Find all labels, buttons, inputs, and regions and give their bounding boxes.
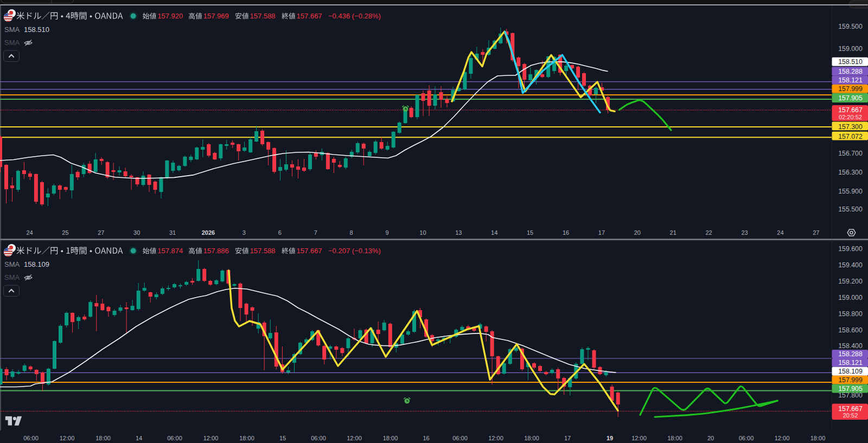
svg-text:22: 22 [705,229,712,236]
svg-text:25: 25 [62,229,68,236]
svg-text:158.121: 158.121 [838,359,863,367]
svg-text:158.109: 158.109 [24,260,49,268]
svg-text:158.109: 158.109 [838,368,863,375]
svg-text:14: 14 [491,229,497,236]
svg-text:158.510: 158.510 [838,58,863,66]
svg-text:24: 24 [777,229,783,236]
svg-text:06:00: 06:00 [167,435,182,441]
svg-text:20: 20 [707,435,714,441]
svg-text:157.905: 157.905 [838,385,863,393]
svg-text:159.000: 159.000 [838,45,863,53]
svg-text:157.300: 157.300 [838,123,863,131]
svg-text:SMA: SMA [4,38,20,47]
svg-text:20:52: 20:52 [843,412,858,419]
svg-text:12:00: 12:00 [347,435,362,441]
svg-text:18:00: 18:00 [383,435,398,441]
svg-text:159.600: 159.600 [838,245,863,253]
svg-text:13: 13 [455,229,462,236]
svg-text:16: 16 [423,435,429,441]
svg-text:157.588: 157.588 [250,12,276,20]
svg-text:6: 6 [278,229,282,236]
svg-text:157.072: 157.072 [838,133,863,140]
svg-text:158.288: 158.288 [838,350,863,358]
svg-text:8: 8 [350,229,353,236]
svg-text:157.999: 157.999 [838,85,863,93]
svg-text:18:00: 18:00 [667,435,682,441]
svg-text:155.900: 155.900 [838,188,863,195]
svg-text:157.920: 157.920 [157,12,183,20]
svg-text:12:00: 12:00 [488,435,503,441]
svg-text:157.999: 157.999 [838,376,863,384]
svg-text:7: 7 [314,229,317,236]
svg-text:156.700: 156.700 [838,150,863,157]
svg-text:27: 27 [813,229,819,236]
svg-text:157.905: 157.905 [838,94,863,102]
svg-text:06:00: 06:00 [311,435,326,441]
svg-text:158.800: 158.800 [838,310,863,318]
svg-text:3: 3 [242,229,246,236]
svg-text:31: 31 [169,229,176,236]
svg-text:30: 30 [133,229,140,236]
svg-text:06:00: 06:00 [739,435,754,441]
svg-text:17: 17 [598,229,605,236]
svg-text:159.500: 159.500 [838,23,863,30]
svg-text:12:00: 12:00 [631,435,647,441]
svg-text:23: 23 [741,229,748,236]
svg-text:157.874: 157.874 [157,247,183,255]
svg-text:158.288: 158.288 [838,68,863,75]
svg-text:27: 27 [98,229,104,236]
svg-text:06:00: 06:00 [23,435,39,441]
svg-text:18:00: 18:00 [95,435,111,441]
svg-text:18:00: 18:00 [239,435,254,441]
svg-text:158.400: 158.400 [838,342,863,350]
svg-text:157.588: 157.588 [250,247,276,255]
svg-text:157.667: 157.667 [838,405,863,413]
svg-text:24: 24 [26,229,33,236]
svg-text:157.886: 157.886 [203,247,229,255]
svg-text:157.667: 157.667 [297,247,322,255]
svg-text:14: 14 [136,435,142,441]
svg-text:156.300: 156.300 [838,169,863,176]
svg-text:18:00: 18:00 [810,435,826,441]
svg-text:158.121: 158.121 [838,76,863,84]
svg-text:155.500: 155.500 [838,206,863,213]
svg-text:158.510: 158.510 [24,25,49,34]
svg-text:158.600: 158.600 [838,326,863,334]
svg-text:20: 20 [634,229,641,236]
svg-text:SMA: SMA [4,273,20,281]
svg-text:10: 10 [419,229,426,236]
svg-text:157.969: 157.969 [203,12,229,20]
svg-text:15: 15 [279,435,286,441]
svg-text:15: 15 [527,229,533,236]
svg-text:9: 9 [385,229,388,236]
svg-text:159.400: 159.400 [838,261,863,269]
svg-text:157.667: 157.667 [838,106,863,114]
svg-text:21: 21 [670,229,676,236]
svg-text:18:00: 18:00 [524,435,539,441]
svg-text:157.667: 157.667 [297,12,322,20]
svg-text:12:00: 12:00 [60,435,75,441]
svg-text:−0.436 (−0.28%): −0.436 (−0.28%) [328,12,381,20]
svg-text:2026: 2026 [202,229,215,236]
svg-text:3: 3 [848,140,852,146]
svg-text:SMA: SMA [4,25,20,34]
svg-text:06:00: 06:00 [452,435,468,441]
svg-text:02:20:52: 02:20:52 [839,114,862,120]
svg-text:17: 17 [564,435,571,441]
svg-text:12:00: 12:00 [203,435,219,441]
svg-text:−0.207 (−0.13%): −0.207 (−0.13%) [328,247,381,255]
svg-text:19: 19 [607,435,613,441]
svg-text:12:00: 12:00 [775,435,790,441]
svg-text:159.000: 159.000 [838,294,863,301]
svg-text:159.200: 159.200 [838,278,863,285]
svg-text:SMA: SMA [4,260,20,268]
svg-text:16: 16 [563,229,569,236]
